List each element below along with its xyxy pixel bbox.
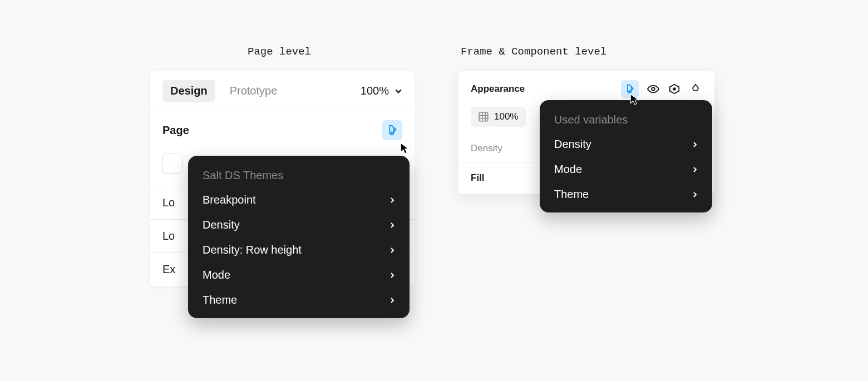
popover-title: Used variables xyxy=(540,106,712,132)
eye-icon xyxy=(647,83,659,95)
variant-button[interactable] xyxy=(668,82,681,96)
page-section-header: Page xyxy=(150,111,415,149)
blend-mode-button[interactable] xyxy=(689,82,702,96)
caption-page-level: Page level xyxy=(248,46,311,58)
chevron-right-icon xyxy=(389,248,395,253)
svg-rect-4 xyxy=(479,112,488,121)
opacity-value: 100% xyxy=(494,111,518,122)
page-section-title: Page xyxy=(162,124,189,137)
popover-item-label: Breakpoint xyxy=(203,194,256,206)
chevron-right-icon xyxy=(692,167,698,172)
popover-item-label: Density xyxy=(203,219,240,231)
popover-title: Salt DS Themes xyxy=(188,161,410,187)
popover-item-label: Mode xyxy=(203,269,230,281)
chevron-right-icon xyxy=(389,222,395,228)
chevron-right-icon xyxy=(389,197,395,203)
popover-item-mode[interactable]: Mode xyxy=(188,263,410,288)
chevron-right-icon xyxy=(692,142,698,147)
zoom-value: 100% xyxy=(361,85,389,97)
chevron-right-icon xyxy=(389,298,395,303)
popover-item-breakpoint[interactable]: Breakpoint xyxy=(188,187,410,212)
opacity-control[interactable]: 100% xyxy=(471,107,526,127)
variable-modes-button[interactable] xyxy=(382,120,402,140)
appearance-title: Appearance xyxy=(471,83,613,95)
svg-point-0 xyxy=(391,132,392,133)
svg-point-2 xyxy=(652,87,655,91)
swatch-icon xyxy=(386,124,398,136)
page-background-color-chip[interactable] xyxy=(162,154,183,174)
droplet-icon xyxy=(690,83,701,95)
tabs-row: Design Prototype 100% xyxy=(150,71,415,111)
visibility-button[interactable] xyxy=(647,82,660,96)
tab-prototype[interactable]: Prototype xyxy=(222,80,285,102)
popover-item-density[interactable]: Density xyxy=(188,212,410,237)
popover-item-theme[interactable]: Theme xyxy=(188,288,410,313)
popover-item-label: Mode xyxy=(554,163,582,176)
popover-item-label: Density xyxy=(554,138,591,151)
popover-item-label: Density: Row height xyxy=(203,244,302,256)
variable-themes-popover: Salt DS Themes Breakpoint Density Densit… xyxy=(188,156,410,318)
variable-modes-button[interactable] xyxy=(621,80,639,98)
popover-item-label: Theme xyxy=(554,188,589,201)
popover-item-density-row-height[interactable]: Density: Row height xyxy=(188,237,410,263)
svg-point-3 xyxy=(673,88,675,90)
used-variables-popover: Used variables Density Mode Theme xyxy=(540,100,712,212)
chevron-right-icon xyxy=(389,273,395,278)
chevron-down-icon xyxy=(394,87,402,95)
opacity-grid-icon xyxy=(479,112,489,122)
tab-design[interactable]: Design xyxy=(162,80,215,102)
caption-frame-component-level: Frame & Component level xyxy=(461,46,606,58)
popover-item-theme[interactable]: Theme xyxy=(540,182,712,207)
popover-item-mode[interactable]: Mode xyxy=(540,157,712,182)
chevron-right-icon xyxy=(692,192,698,197)
hexagon-icon xyxy=(668,83,680,95)
swatch-icon xyxy=(624,83,635,95)
svg-point-1 xyxy=(629,91,630,92)
popover-item-label: Theme xyxy=(203,294,237,306)
zoom-dropdown[interactable]: 100% xyxy=(361,85,402,97)
popover-item-density[interactable]: Density xyxy=(540,132,712,157)
